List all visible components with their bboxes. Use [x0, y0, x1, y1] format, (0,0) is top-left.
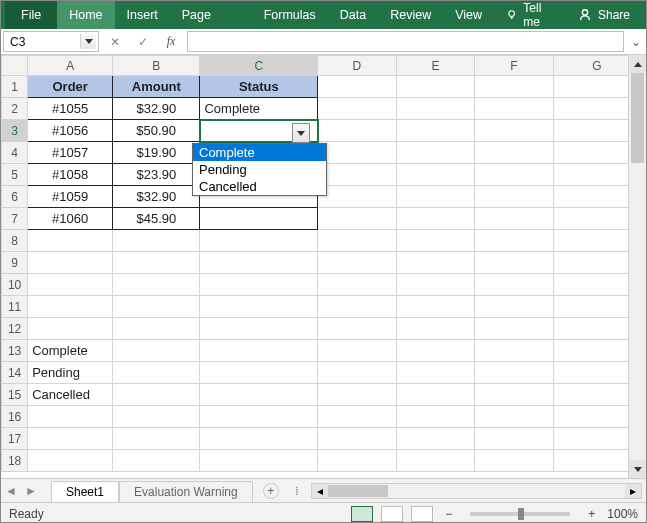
cell[interactable]: [553, 230, 628, 252]
cell[interactable]: #1058: [28, 164, 113, 186]
dropdown-option[interactable]: Pending: [193, 161, 326, 178]
cell[interactable]: [396, 230, 475, 252]
cell[interactable]: [553, 186, 628, 208]
cell[interactable]: #1056: [28, 120, 113, 142]
col-header-E[interactable]: E: [396, 56, 475, 76]
cell[interactable]: [553, 428, 628, 450]
tell-me[interactable]: Tell me: [494, 1, 566, 29]
row-header[interactable]: 17: [2, 428, 28, 450]
row-header[interactable]: 1: [2, 76, 28, 98]
cell[interactable]: [318, 208, 397, 230]
row-header[interactable]: 11: [2, 296, 28, 318]
sheet-tab[interactable]: Evaluation Warning: [119, 481, 253, 502]
cell[interactable]: [28, 318, 113, 340]
col-header-B[interactable]: B: [113, 56, 200, 76]
cancel-formula-icon[interactable]: ✕: [101, 35, 129, 49]
cell[interactable]: #1059: [28, 186, 113, 208]
cell[interactable]: [475, 142, 554, 164]
ribbon-tab-view[interactable]: View: [443, 1, 494, 29]
cell[interactable]: [396, 120, 475, 142]
scroll-left-icon[interactable]: ◂: [312, 484, 328, 498]
ribbon-tab-insert[interactable]: Insert: [115, 1, 170, 29]
cell[interactable]: $19.90: [113, 142, 200, 164]
cell[interactable]: [475, 76, 554, 98]
view-page-break-icon[interactable]: [411, 506, 433, 522]
cell[interactable]: [553, 252, 628, 274]
cell[interactable]: [553, 164, 628, 186]
cell[interactable]: [475, 384, 554, 406]
cell[interactable]: $23.90: [113, 164, 200, 186]
cell[interactable]: [475, 98, 554, 120]
view-normal-icon[interactable]: [351, 506, 373, 522]
ribbon-tab-page-layout[interactable]: Page Layout: [170, 1, 252, 29]
row-header[interactable]: 3: [2, 120, 28, 142]
cell[interactable]: [318, 274, 397, 296]
cell[interactable]: [28, 252, 113, 274]
cell[interactable]: [200, 362, 318, 384]
cell[interactable]: [396, 296, 475, 318]
cell[interactable]: [475, 406, 554, 428]
cell[interactable]: #1057: [28, 142, 113, 164]
cell[interactable]: [396, 428, 475, 450]
cell[interactable]: [113, 384, 200, 406]
cell[interactable]: Complete: [28, 340, 113, 362]
row-header[interactable]: 14: [2, 362, 28, 384]
cell[interactable]: [396, 76, 475, 98]
cell[interactable]: [475, 186, 554, 208]
ribbon-tab-home[interactable]: Home: [57, 1, 114, 29]
cell[interactable]: [396, 274, 475, 296]
cell[interactable]: [396, 340, 475, 362]
cell[interactable]: [553, 450, 628, 472]
cell[interactable]: Amount: [113, 76, 200, 98]
cell[interactable]: [28, 406, 113, 428]
cell[interactable]: #1055: [28, 98, 113, 120]
row-header[interactable]: 15: [2, 384, 28, 406]
cell[interactable]: [553, 406, 628, 428]
cell[interactable]: [553, 76, 628, 98]
cell[interactable]: [200, 296, 318, 318]
cell[interactable]: #1060: [28, 208, 113, 230]
cell[interactable]: [553, 120, 628, 142]
col-header-A[interactable]: A: [28, 56, 113, 76]
scroll-right-icon[interactable]: ▸: [625, 484, 641, 498]
row-header[interactable]: 16: [2, 406, 28, 428]
cell[interactable]: [396, 362, 475, 384]
tab-overflow-icon[interactable]: ⁞: [289, 484, 307, 498]
cell[interactable]: [318, 362, 397, 384]
cell[interactable]: [200, 318, 318, 340]
cell[interactable]: Status: [200, 76, 318, 98]
cell[interactable]: [475, 296, 554, 318]
share-button[interactable]: Share: [566, 8, 642, 22]
cell[interactable]: [113, 252, 200, 274]
cell[interactable]: [475, 230, 554, 252]
sheet-tab[interactable]: Sheet1: [51, 481, 119, 502]
formula-input[interactable]: [187, 31, 624, 52]
data-validation-dropdown-button[interactable]: [292, 123, 310, 143]
cell[interactable]: [396, 208, 475, 230]
cell[interactable]: [318, 406, 397, 428]
view-page-layout-icon[interactable]: [381, 506, 403, 522]
cell[interactable]: [113, 296, 200, 318]
cell[interactable]: [200, 274, 318, 296]
cell[interactable]: [475, 274, 554, 296]
row-header[interactable]: 5: [2, 164, 28, 186]
cell[interactable]: [396, 252, 475, 274]
cell[interactable]: [318, 120, 397, 142]
dropdown-option[interactable]: Complete: [193, 144, 326, 161]
horizontal-scrollbar[interactable]: ◂ ▸: [311, 483, 642, 499]
select-all-corner[interactable]: [2, 56, 28, 76]
cell[interactable]: [475, 340, 554, 362]
cell[interactable]: [318, 98, 397, 120]
cell[interactable]: [396, 450, 475, 472]
col-header-G[interactable]: G: [553, 56, 628, 76]
ribbon-tab-data[interactable]: Data: [328, 1, 378, 29]
cell[interactable]: [28, 274, 113, 296]
cell[interactable]: [475, 252, 554, 274]
row-header[interactable]: 12: [2, 318, 28, 340]
cell[interactable]: [200, 340, 318, 362]
col-header-F[interactable]: F: [475, 56, 554, 76]
cell[interactable]: Cancelled: [28, 384, 113, 406]
cell[interactable]: [553, 98, 628, 120]
vertical-scrollbar[interactable]: [628, 55, 646, 478]
row-header[interactable]: 2: [2, 98, 28, 120]
